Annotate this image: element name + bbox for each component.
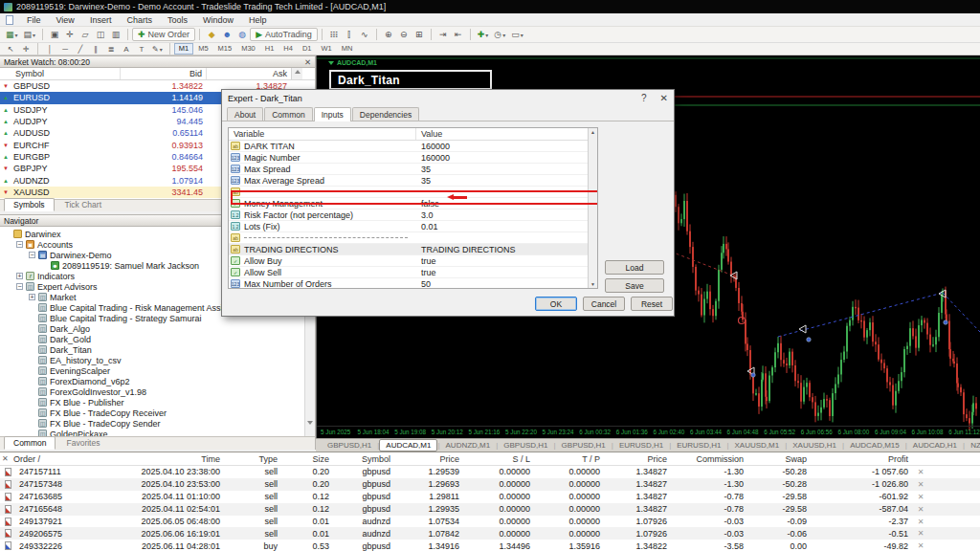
inputs-scrollbar[interactable]: ▲▼ — [588, 128, 597, 288]
input-row[interactable]: ✓Allow Selltrue — [229, 267, 597, 278]
close-order-icon[interactable]: ✕ — [912, 493, 929, 501]
dropdown-arrow-icon[interactable]: ▾ — [521, 32, 523, 38]
column-price[interactable]: Price — [394, 454, 463, 464]
column-price[interactable]: Price — [604, 454, 671, 464]
chart-tab-audcad-h1[interactable]: AUDCAD,H1 — [907, 440, 963, 451]
order-row[interactable]: 2492065752025.06.06 16:19:01sell0.01audn… — [0, 527, 980, 540]
crosshair-window-icon[interactable]: ✛ — [62, 28, 78, 41]
input-value-cell[interactable]: 160000 — [416, 153, 597, 163]
tree-item-ea-history-to-csv[interactable]: ◫EA_history_to_csv — [0, 355, 315, 365]
tree-expander-icon[interactable]: + — [29, 294, 35, 300]
indicators-add-icon[interactable]: ✚▾ — [475, 28, 492, 41]
order-row[interactable]: 2471656482025.04.11 02:54:01sell0.12gbpu… — [0, 503, 980, 516]
scroll-down-icon[interactable] — [307, 421, 313, 434]
column-profit[interactable]: Profit — [811, 454, 912, 464]
column-bid[interactable]: Bid — [121, 68, 207, 79]
tree-item-forexgoldinvestor-v1-98[interactable]: ◫ForexGoldInvestor_v1.98 — [0, 386, 315, 397]
input-value-cell[interactable]: 35 — [416, 176, 597, 186]
dropdown-arrow-icon[interactable]: ▾ — [160, 46, 163, 53]
system-menu-icon[interactable] — [6, 15, 13, 25]
timeframe-h4[interactable]: H4 — [278, 43, 298, 55]
zoom-in-icon[interactable]: ⊕ — [381, 28, 396, 41]
menu-tools[interactable]: Tools — [160, 15, 195, 25]
signals-icon[interactable]: ☻ — [219, 28, 234, 41]
column-symbol[interactable]: Symbol — [0, 68, 121, 79]
scroll-up-icon[interactable]: ▲ — [590, 129, 595, 135]
column-tp[interactable]: T / P — [534, 454, 604, 464]
dialog-tab-common[interactable]: Common — [264, 107, 312, 121]
strategy-tester-icon[interactable]: ◫ — [93, 28, 108, 41]
column-size[interactable]: Size — [281, 454, 333, 464]
column-symbol[interactable]: Symbol — [333, 454, 394, 464]
tree-expander-icon[interactable]: − — [29, 252, 35, 258]
tree-item-eveningscalper[interactable]: ◫EveningScalper — [0, 365, 315, 376]
chart-tab-audcad-m1[interactable]: AUDCAD,M1 — [379, 439, 437, 452]
cursor-icon[interactable]: ↖ — [3, 42, 18, 55]
scroll-down-icon[interactable]: ▼ — [590, 281, 595, 287]
chart-tab-audcad-m15[interactable]: AUDCAD,M15 — [844, 440, 905, 451]
close-order-icon[interactable]: ✕ — [912, 529, 929, 538]
input-row[interactable]: 123Max Number of Orders50 — [229, 278, 597, 289]
tile-windows-icon[interactable]: ⊞ — [412, 28, 427, 41]
column-variable[interactable]: Variable — [229, 128, 416, 140]
tree-expander-icon[interactable]: + — [16, 273, 23, 279]
input-value-cell[interactable]: true — [416, 256, 597, 266]
trendline-icon[interactable]: ╱ — [73, 42, 88, 55]
menu-view[interactable]: View — [49, 15, 82, 25]
column-time[interactable]: Time — [96, 454, 224, 464]
timeframe-m5[interactable]: M5 — [193, 43, 212, 55]
line-chart-icon[interactable]: ∿ — [357, 28, 372, 41]
input-value-cell[interactable]: TRADING DIRECTIONS — [416, 245, 597, 254]
navigator-tab-favorites[interactable]: Favorites — [56, 436, 109, 450]
menu-window[interactable]: Window — [195, 15, 241, 25]
autotrading-button[interactable]: ▶AutoTrading — [250, 28, 318, 41]
input-row[interactable]: 1.2Risk Factor (not percentage)3.0 — [229, 209, 597, 221]
market-watch-tab-symbols[interactable]: Symbols — [4, 198, 55, 211]
tree-item-goldenpickaxe[interactable]: ◫GoldenPickaxe — [0, 429, 315, 436]
column-type[interactable]: Type — [224, 454, 281, 464]
menu-insert[interactable]: Insert — [82, 15, 120, 25]
input-value-cell[interactable]: false — [416, 199, 597, 209]
tree-item-dark-titan[interactable]: ◫Dark_Titan — [0, 344, 315, 355]
menu-charts[interactable]: Charts — [119, 15, 160, 25]
tree-item-fx-blue-tradecopy-receiver[interactable]: ◫FX Blue - TradeCopy Receiver — [0, 408, 315, 418]
chart-tab-nzdcad-m15[interactable]: NZDCAD,M15 — [965, 440, 980, 451]
input-row[interactable]: ✓Allow Buytrue — [229, 255, 597, 267]
input-row[interactable]: ab — [229, 232, 597, 244]
column-ask[interactable]: Ask — [207, 68, 291, 79]
dialog-title-bar[interactable]: Expert - Dark_Titan ? ✕ — [222, 90, 674, 106]
horizontal-line-icon[interactable]: ─ — [57, 42, 73, 55]
menu-file[interactable]: File — [19, 15, 49, 25]
order-row[interactable]: 2471571112025.04.10 23:38:00sell0.20gbpu… — [0, 466, 980, 478]
timeframe-mn[interactable]: MN — [337, 43, 358, 55]
chart-tab-xauusd-h1[interactable]: XAUUSD,H1 — [787, 440, 842, 451]
column-value[interactable]: Value — [416, 128, 597, 140]
timeframe-m30[interactable]: M30 — [236, 43, 260, 55]
auto-scroll-icon[interactable]: ⇥ — [435, 28, 451, 41]
input-value-cell[interactable]: 3.0 — [416, 210, 597, 220]
input-row[interactable]: 123Max Spread35 — [229, 164, 597, 175]
column-order[interactable]: Order / — [0, 454, 96, 464]
input-row[interactable]: abTRADING DIRECTIONSTRADING DIRECTIONS — [229, 244, 597, 255]
dropdown-arrow-icon[interactable]: ▾ — [502, 32, 505, 38]
chart-tab-xauusd-m1[interactable]: XAUUSD,M1 — [729, 440, 786, 451]
market-watch-close-icon[interactable]: ✕ — [304, 57, 311, 67]
cancel-button[interactable]: Cancel — [583, 297, 625, 311]
new-chart-icon[interactable]: ▦▾ — [3, 28, 21, 41]
candlestick-chart-icon[interactable]: ⫿ — [342, 28, 357, 41]
periods-icon[interactable]: ◷▾ — [491, 28, 508, 41]
zoom-out-icon[interactable]: ⊖ — [396, 28, 412, 41]
templates-icon[interactable]: ▭▾ — [508, 28, 526, 41]
chart-tab-gbpusd-h1[interactable]: GBPUSD,H1 — [322, 440, 377, 451]
close-order-icon[interactable]: ✕ — [912, 505, 929, 514]
text-icon[interactable]: A — [119, 42, 134, 55]
market-watch-tab-tick-chart[interactable]: Tick Chart — [56, 198, 111, 211]
input-row[interactable]: 123Magic Number160000 — [229, 152, 597, 164]
input-value-cell[interactable]: 50 — [416, 279, 597, 289]
menu-help[interactable]: Help — [241, 15, 275, 25]
close-order-icon[interactable]: ✕ — [912, 518, 929, 526]
input-value-cell[interactable]: true — [416, 268, 597, 277]
tree-expander-icon[interactable]: − — [16, 241, 23, 248]
tree-expander-icon[interactable]: − — [16, 283, 23, 290]
close-order-icon[interactable]: ✕ — [912, 541, 929, 550]
